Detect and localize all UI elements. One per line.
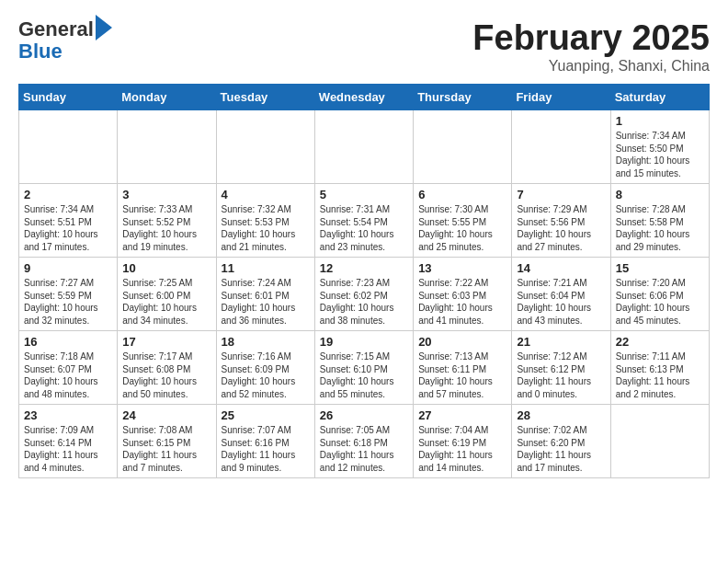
calendar-cell: 13Sunrise: 7:22 AM Sunset: 6:03 PM Dayli… [414,258,512,331]
day-number: 5 [320,188,408,201]
day-info: Sunrise: 7:09 AM Sunset: 6:14 PM Dayligh… [24,424,112,474]
day-number: 17 [122,335,210,349]
calendar-cell: 9Sunrise: 7:27 AM Sunset: 5:59 PM Daylig… [19,258,118,331]
day-info: Sunrise: 7:04 AM Sunset: 6:19 PM Dayligh… [418,424,506,474]
calendar-cell: 11Sunrise: 7:24 AM Sunset: 6:01 PM Dayli… [216,258,314,331]
logo-general: General [18,18,94,40]
logo-blue: Blue [18,40,112,63]
day-number: 2 [24,188,112,201]
calendar-cell: 15Sunrise: 7:20 AM Sunset: 6:06 PM Dayli… [610,258,709,331]
day-number: 25 [222,408,310,422]
day-info: Sunrise: 7:11 AM Sunset: 6:13 PM Dayligh… [616,350,704,400]
day-number: 19 [320,335,408,349]
calendar-cell [414,110,512,184]
day-number: 15 [616,261,704,275]
day-number: 16 [24,335,112,349]
day-info: Sunrise: 7:12 AM Sunset: 6:12 PM Dayligh… [517,350,605,400]
day-info: Sunrise: 7:16 AM Sunset: 6:09 PM Dayligh… [222,350,310,400]
calendar-cell: 22Sunrise: 7:11 AM Sunset: 6:13 PM Dayli… [610,331,709,405]
weekday-header: Wednesday [314,85,413,110]
day-number: 6 [418,188,506,201]
calendar-cell: 23Sunrise: 7:09 AM Sunset: 6:14 PM Dayli… [19,405,118,478]
calendar-cell: 28Sunrise: 7:02 AM Sunset: 6:20 PM Dayli… [512,405,610,478]
day-number: 7 [517,188,605,201]
day-number: 21 [517,335,605,349]
day-info: Sunrise: 7:20 AM Sunset: 6:06 PM Dayligh… [616,277,704,327]
calendar-cell: 1Sunrise: 7:34 AM Sunset: 5:50 PM Daylig… [610,110,709,184]
calendar-cell [118,110,216,184]
day-number: 8 [616,188,704,201]
month-title: February 2025 [472,18,710,58]
calendar-cell: 10Sunrise: 7:25 AM Sunset: 6:00 PM Dayli… [118,258,216,331]
weekday-header-row: SundayMondayTuesdayWednesdayThursdayFrid… [19,85,710,110]
calendar-cell: 8Sunrise: 7:28 AM Sunset: 5:58 PM Daylig… [610,184,709,258]
day-number: 28 [517,408,605,422]
calendar-cell: 12Sunrise: 7:23 AM Sunset: 6:02 PM Dayli… [314,258,413,331]
day-number: 24 [122,408,210,422]
day-info: Sunrise: 7:18 AM Sunset: 6:07 PM Dayligh… [24,350,112,400]
week-row: 9Sunrise: 7:27 AM Sunset: 5:59 PM Daylig… [19,258,710,331]
calendar-cell [19,110,118,184]
day-info: Sunrise: 7:33 AM Sunset: 5:52 PM Dayligh… [122,203,210,253]
week-row: 1Sunrise: 7:34 AM Sunset: 5:50 PM Daylig… [19,110,710,184]
day-info: Sunrise: 7:30 AM Sunset: 5:55 PM Dayligh… [418,203,506,253]
week-row: 23Sunrise: 7:09 AM Sunset: 6:14 PM Dayli… [19,405,710,478]
day-info: Sunrise: 7:27 AM Sunset: 5:59 PM Dayligh… [24,277,112,327]
day-info: Sunrise: 7:02 AM Sunset: 6:20 PM Dayligh… [517,424,605,474]
day-number: 1 [616,114,704,128]
calendar-cell: 17Sunrise: 7:17 AM Sunset: 6:08 PM Dayli… [118,331,216,405]
day-info: Sunrise: 7:17 AM Sunset: 6:08 PM Dayligh… [122,350,210,400]
day-number: 13 [418,261,506,275]
day-info: Sunrise: 7:25 AM Sunset: 6:00 PM Dayligh… [122,277,210,327]
day-info: Sunrise: 7:34 AM Sunset: 5:50 PM Dayligh… [616,130,704,179]
weekday-header: Tuesday [216,85,314,110]
calendar-cell [610,405,709,478]
day-number: 9 [24,261,112,275]
day-info: Sunrise: 7:13 AM Sunset: 6:11 PM Dayligh… [418,350,506,400]
logo-arrow-icon [96,15,112,40]
day-number: 18 [222,335,310,349]
page-header: General Blue February 2025 Yuanping, Sha… [18,18,710,75]
day-info: Sunrise: 7:24 AM Sunset: 6:01 PM Dayligh… [222,277,310,327]
calendar-cell: 5Sunrise: 7:31 AM Sunset: 5:54 PM Daylig… [314,184,413,258]
day-info: Sunrise: 7:29 AM Sunset: 5:56 PM Dayligh… [517,203,605,253]
day-number: 3 [122,188,210,201]
logo: General Blue [18,18,112,63]
calendar-cell [512,110,610,184]
day-number: 22 [616,335,704,349]
calendar-cell: 20Sunrise: 7:13 AM Sunset: 6:11 PM Dayli… [414,331,512,405]
day-info: Sunrise: 7:34 AM Sunset: 5:51 PM Dayligh… [24,203,112,253]
day-number: 23 [24,408,112,422]
day-info: Sunrise: 7:31 AM Sunset: 5:54 PM Dayligh… [320,203,408,253]
day-number: 12 [320,261,408,275]
day-number: 26 [320,408,408,422]
calendar-cell [314,110,413,184]
day-info: Sunrise: 7:08 AM Sunset: 6:15 PM Dayligh… [122,424,210,474]
weekday-header: Saturday [610,85,709,110]
day-info: Sunrise: 7:32 AM Sunset: 5:53 PM Dayligh… [222,203,310,253]
calendar-cell [216,110,314,184]
calendar-cell: 27Sunrise: 7:04 AM Sunset: 6:19 PM Dayli… [414,405,512,478]
day-info: Sunrise: 7:15 AM Sunset: 6:10 PM Dayligh… [320,350,408,400]
day-number: 27 [418,408,506,422]
day-number: 4 [222,188,310,201]
calendar-cell: 21Sunrise: 7:12 AM Sunset: 6:12 PM Dayli… [512,331,610,405]
calendar-cell: 14Sunrise: 7:21 AM Sunset: 6:04 PM Dayli… [512,258,610,331]
day-number: 14 [517,261,605,275]
calendar-cell: 25Sunrise: 7:07 AM Sunset: 6:16 PM Dayli… [216,405,314,478]
location: Yuanping, Shanxi, China [472,58,710,75]
day-info: Sunrise: 7:28 AM Sunset: 5:58 PM Dayligh… [616,203,704,253]
week-row: 2Sunrise: 7:34 AM Sunset: 5:51 PM Daylig… [19,184,710,258]
day-number: 10 [122,261,210,275]
calendar-cell: 18Sunrise: 7:16 AM Sunset: 6:09 PM Dayli… [216,331,314,405]
calendar-cell: 3Sunrise: 7:33 AM Sunset: 5:52 PM Daylig… [118,184,216,258]
day-number: 20 [418,335,506,349]
week-row: 16Sunrise: 7:18 AM Sunset: 6:07 PM Dayli… [19,331,710,405]
calendar-table: SundayMondayTuesdayWednesdayThursdayFrid… [18,84,710,478]
day-info: Sunrise: 7:05 AM Sunset: 6:18 PM Dayligh… [320,424,408,474]
title-block: February 2025 Yuanping, Shanxi, China [472,18,710,75]
day-number: 11 [222,261,310,275]
calendar-cell: 26Sunrise: 7:05 AM Sunset: 6:18 PM Dayli… [314,405,413,478]
calendar-cell: 6Sunrise: 7:30 AM Sunset: 5:55 PM Daylig… [414,184,512,258]
day-info: Sunrise: 7:23 AM Sunset: 6:02 PM Dayligh… [320,277,408,327]
